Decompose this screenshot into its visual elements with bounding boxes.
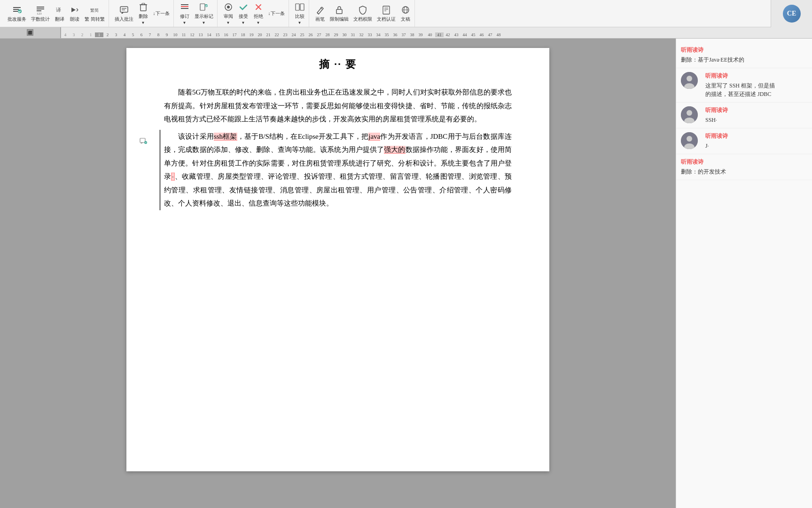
text-segment-2: ，基于B/S结构，在Eclipse开发工具下，把 [237, 133, 369, 140]
comment-body-3: 听雨读诗 SSH· [681, 106, 807, 124]
svg-rect-35 [383, 6, 390, 14]
btn-accept[interactable]: 接受 ▼ [236, 1, 250, 26]
comment-author-1: 听雨读诗 [681, 46, 807, 54]
showmarks-dropdown: ▼ [202, 21, 206, 25]
btn-compare[interactable]: 比较 ▼ [293, 1, 307, 26]
svg-rect-22 [181, 6, 188, 7]
btn-doc-protect[interactable]: 文档权限 [351, 4, 374, 24]
revise-icon [180, 2, 190, 12]
comment-avatar-4 [681, 132, 698, 149]
user-area[interactable]: CE [771, 0, 812, 27]
svg-text:123: 123 [37, 12, 42, 15]
accept-dropdown: ▼ [242, 21, 245, 25]
translate-icon: 译 [55, 5, 65, 15]
highlight-framework: 框架 [223, 133, 237, 141]
ruler: ⬛ 4 3 2 1 1 2 3 4 5 6 7 8 9 10 11 12 13 … [0, 27, 812, 39]
svg-point-49 [687, 110, 692, 116]
para1-container: 随着5G万物互联的时代的来临，住房出租业务也正在迅速发展之中，同时人们对实时获取… [164, 86, 512, 126]
btn-trad-simp[interactable]: 繁简 繁 简转繁 [83, 4, 107, 24]
review-icon [223, 2, 234, 12]
revise-dropdown: ▼ [183, 21, 187, 25]
svg-rect-4 [37, 7, 44, 8]
reject-dropdown: ▼ [257, 21, 260, 25]
comment-content-3: 听雨读诗 SSH· [705, 106, 807, 124]
toolbar-group-comments: 插入批注 删除 ▼ ↓下一条 [111, 0, 174, 27]
btn-tradsimp-label: 繁 简转繁 [85, 16, 105, 23]
svg-rect-0 [13, 7, 21, 8]
svg-line-11 [77, 10, 78, 11]
btn-read-aloud[interactable]: 朗读 [68, 4, 82, 24]
read-aloud-icon [70, 5, 80, 15]
comment-content-4: 听雨读诗 J· [705, 132, 807, 150]
svg-rect-30 [296, 4, 299, 10]
btn-insert-comment[interactable]: 插入批注 [113, 4, 135, 24]
btn-delete-comment[interactable]: 删除 ▼ [136, 1, 150, 26]
btn-track-label: 批改服务 [8, 16, 26, 23]
btn-reject[interactable]: 拒绝 ▼ [251, 1, 265, 26]
show-marks-icon [199, 2, 209, 12]
btn-restrictedit-label: 限制编辑 [330, 16, 349, 23]
user-avatar: CE [783, 5, 801, 23]
comment-author-4: 听雨读诗 [705, 132, 807, 140]
svg-rect-18 [141, 5, 146, 11]
svg-line-10 [77, 8, 78, 10]
btn-revise[interactable]: 修订 ▼ [178, 1, 192, 26]
btn-accept-label: 接受 [239, 13, 248, 20]
user-initials: CE [787, 10, 796, 17]
svg-rect-20 [142, 3, 145, 5]
svg-rect-24 [200, 4, 205, 10]
svg-rect-1 [13, 9, 19, 10]
toolbar-group-compare: 比较 ▼ [291, 0, 309, 27]
btn-compare-label: 比较 [295, 13, 304, 20]
para2-container: 该设计采用ssh框架，基于B/S结构，在Eclipse开发工具下，把java作为… [164, 130, 512, 210]
btn-pen[interactable]: 画笔 [313, 4, 327, 24]
btn-doc-trans[interactable]: 文稿 [398, 4, 413, 24]
comment-item-3[interactable]: 听雨读诗 SSH· [676, 103, 812, 128]
btn-wordcount-label: 字数统计 [31, 16, 50, 23]
btn-doc-auth[interactable]: 文档认证 [375, 4, 398, 24]
btn-prevnext-label: ↓下一条 [268, 10, 285, 17]
doc-auth-icon [381, 5, 391, 15]
connector-1 [676, 55, 676, 56]
btn-review[interactable]: 审阅 ▼ [221, 1, 235, 26]
comment-sidebar: 听雨读诗 删除：基于Java·EE技术的 听雨读诗 这里写了 SSH 框架，但是… [676, 39, 812, 508]
document-page: 摘··要 随着5G万物互联的时代的来临，住房出租业务也正在迅速发展之中，同时人们… [126, 48, 549, 471]
left-margin-comment-indicator[interactable] [140, 137, 147, 147]
btn-track-changes[interactable]: 批改服务 [6, 4, 28, 24]
comment-item-1[interactable]: 听雨读诗 删除：基于Java·EE技术的 [676, 42, 812, 68]
btn-word-count[interactable]: 123 字数统计 [29, 4, 52, 24]
toolbar-group-edit: 画笔 限制编辑 文档权限 文档认证 文稿 [311, 0, 415, 27]
comment-item-4[interactable]: 听雨读诗 J· [676, 128, 812, 154]
svg-point-46 [687, 76, 692, 81]
svg-rect-21 [181, 4, 188, 5]
track-changes-icon [12, 5, 22, 15]
reject-icon [253, 2, 264, 12]
comment-text-4: J· [705, 142, 807, 150]
review-dropdown: ▼ [226, 21, 230, 25]
comment-item-5[interactable]: 听雨读诗 删除：的开发技术 [676, 154, 812, 180]
svg-text:繁: 繁 [90, 8, 94, 13]
comment-body-2: 听雨读诗 这里写了 SSH 框架，但是描的描述，甚至还描述 JDBC [681, 72, 807, 98]
svg-rect-31 [300, 4, 304, 10]
svg-point-27 [227, 6, 230, 8]
btn-next-comment[interactable]: ↓下一条 [151, 9, 172, 18]
toolbar-group-review: 审阅 ▼ 接受 ▼ 拒绝 ▼ ↓下一条 [219, 0, 289, 27]
btn-next-label: ↓下一条 [153, 10, 170, 17]
accept-icon [238, 2, 249, 12]
left-border-indicator [159, 130, 161, 210]
main-layout: 摘··要 随着5G万物互联的时代的来临，住房出租业务也正在迅速发展之中，同时人们… [0, 39, 812, 508]
doc-protect-icon [358, 5, 368, 15]
toolbar-group-revision: 修订 ▼ 显示标记 ▼ [176, 0, 218, 27]
comment-text-2: 这里写了 SSH 框架，但是描的描述，甚至还描述 JDBC [705, 81, 807, 98]
comment-text-3: SSH· [705, 116, 807, 124]
btn-show-marks[interactable]: 显示标记 ▼ [193, 1, 215, 26]
doc-area[interactable]: 摘··要 随着5G万物互联的时代的来临，住房出租业务也正在迅速发展之中，同时人们… [0, 39, 676, 508]
svg-rect-6 [37, 10, 41, 11]
paragraph-1: 随着5G万物互联的时代的来临，住房出租业务也正在迅速发展之中，同时人们对实时获取… [164, 86, 512, 126]
btn-prev-next[interactable]: ↓下一条 [266, 9, 287, 18]
btn-restrict-edit[interactable]: 限制编辑 [328, 4, 351, 24]
word-count-icon: 123 [35, 5, 46, 15]
highlight-java: java [368, 133, 380, 141]
comment-item-2[interactable]: 听雨读诗 这里写了 SSH 框架，但是描的描述，甚至还描述 JDBC [676, 68, 812, 103]
btn-translate[interactable]: 译 翻译 [53, 4, 67, 24]
